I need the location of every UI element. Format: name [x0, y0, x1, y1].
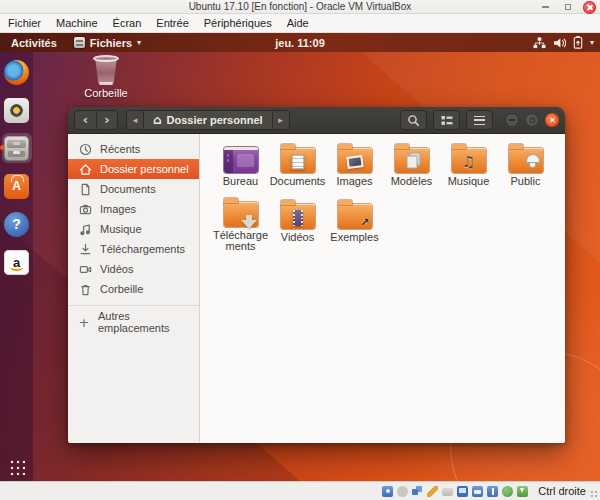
- window-body: Récents Dossier personnel Documents: [68, 134, 565, 443]
- file-item-musique[interactable]: ♫ Musique: [440, 141, 497, 197]
- sidebar-item-videos[interactable]: Vidéos: [68, 259, 199, 279]
- audio-status-icon[interactable]: [442, 488, 453, 496]
- network-status-icon[interactable]: [412, 486, 423, 497]
- restore-icon: [565, 4, 571, 10]
- file-item-label: Images: [336, 176, 372, 188]
- path-next-icon[interactable]: ▸: [273, 111, 289, 129]
- display-status-icon[interactable]: [457, 486, 468, 497]
- sidebar-item-music[interactable]: Musique: [68, 219, 199, 239]
- rhythmbox-icon: [4, 98, 29, 123]
- recording-status-icon[interactable]: [427, 486, 438, 497]
- app-menu-label: Fichiers: [90, 37, 132, 49]
- sidebar-item-documents[interactable]: Documents: [68, 179, 199, 199]
- file-item-label: Vidéos: [281, 232, 314, 244]
- help-icon: ?: [4, 212, 29, 237]
- path-prev-icon[interactable]: ◂: [127, 111, 143, 129]
- shared-folders-status-icon[interactable]: [472, 486, 483, 497]
- dock: A ? a: [0, 52, 33, 481]
- menu-machine[interactable]: Machine: [56, 17, 98, 29]
- sidebar-item-downloads[interactable]: Téléchargements: [68, 239, 199, 259]
- features-status-icon[interactable]: [502, 486, 513, 497]
- headerbar-actions: [400, 110, 559, 130]
- sidebar-item-label: Corbeille: [100, 283, 143, 295]
- menu-button[interactable]: [466, 110, 493, 130]
- sidebar-separator: [68, 305, 199, 306]
- sidebar-item-home[interactable]: Dossier personnel: [68, 159, 199, 179]
- dock-item-firefox[interactable]: [2, 57, 32, 87]
- file-item-images[interactable]: Images: [326, 141, 383, 197]
- nav-buttons: ‹ ›: [74, 110, 118, 130]
- vbox-restore-button[interactable]: [561, 1, 574, 14]
- menu-entree[interactable]: Entrée: [156, 17, 188, 29]
- maximize-icon: [530, 118, 535, 123]
- sidebar-item-label: Musique: [100, 223, 142, 235]
- file-item-bureau[interactable]: Bureau: [212, 141, 269, 197]
- desktop-trash-icon[interactable]: Corbeille: [80, 55, 132, 99]
- vbox-window-controls: [539, 0, 596, 14]
- show-applications-button[interactable]: [8, 458, 25, 475]
- vbox-minimize-button[interactable]: [539, 1, 552, 14]
- vbox-close-button[interactable]: [583, 1, 596, 14]
- plus-icon: +: [79, 316, 90, 329]
- video-camera-icon: [78, 262, 92, 276]
- file-item-videos[interactable]: Vidéos: [269, 197, 326, 253]
- trash-icon: [78, 282, 92, 296]
- vbox-statusbar: Ctrl droite: [0, 481, 600, 500]
- host-key-label: Ctrl droite: [538, 485, 586, 497]
- window-minimize-button[interactable]: [505, 113, 519, 127]
- dock-item-ubuntu-software[interactable]: A: [2, 171, 32, 201]
- guest-desktop: Activités Fichiers ▾ jeu. 11:09: [0, 33, 600, 481]
- folder-images-icon: [337, 141, 373, 173]
- window-maximize-button[interactable]: [525, 113, 539, 127]
- vbox-menubar: Fichier Machine Écran Entrée Périphériqu…: [0, 14, 600, 33]
- current-location-button[interactable]: ⌂ Dossier personnel: [143, 111, 273, 129]
- sidebar-item-label: Images: [100, 203, 136, 215]
- chevron-down-icon: ▾: [590, 38, 594, 47]
- file-item-modeles[interactable]: Modèles: [383, 141, 440, 197]
- firefox-icon: [4, 60, 29, 85]
- trash-label: Corbeille: [80, 87, 132, 99]
- menu-aide[interactable]: Aide: [287, 17, 309, 29]
- app-menu-button[interactable]: Fichiers ▾: [68, 37, 147, 49]
- menu-peripheriques[interactable]: Périphériques: [204, 17, 272, 29]
- file-item-public[interactable]: Public: [497, 141, 554, 197]
- search-icon: [407, 114, 420, 127]
- minimize-icon: [542, 6, 549, 8]
- folder-downloads-icon: [223, 197, 259, 227]
- folder-videos-icon: [280, 197, 316, 229]
- forward-button[interactable]: ›: [96, 111, 117, 129]
- file-item-telechargements[interactable]: Téléchargements: [212, 197, 269, 253]
- battery-charging-icon: [573, 36, 583, 49]
- hdd-status-icon[interactable]: [382, 486, 393, 497]
- amazon-icon: a: [4, 250, 29, 275]
- sidebar-item-recents[interactable]: Récents: [68, 139, 199, 159]
- menu-ecran[interactable]: Écran: [113, 17, 142, 29]
- vbox-window-title: Ubuntu 17.10 [En fonction] - Oracle VM V…: [189, 1, 412, 12]
- file-grid: Bureau Documents Images: [200, 134, 565, 443]
- activities-button[interactable]: Activités: [0, 37, 68, 49]
- headerbar: ‹ › ◂ ⌂ Dossier personnel ▸: [68, 107, 565, 134]
- sidebar-item-other-locations[interactable]: + Autres emplacements: [68, 312, 199, 332]
- plus-icon: +: [78, 315, 90, 329]
- system-status-area[interactable]: ▾: [533, 33, 594, 52]
- view-toggle-button[interactable]: [433, 110, 460, 130]
- usb-status-icon[interactable]: [487, 486, 498, 497]
- dock-item-files[interactable]: [2, 133, 32, 163]
- dock-item-amazon[interactable]: a: [2, 247, 32, 277]
- sidebar-item-trash[interactable]: Corbeille: [68, 279, 199, 299]
- optical-disc-status-icon[interactable]: [397, 486, 408, 497]
- dock-item-help[interactable]: ?: [2, 209, 32, 239]
- sidebar-item-pictures[interactable]: Images: [68, 199, 199, 219]
- sidebar-item-label: Récents: [100, 143, 140, 155]
- back-button[interactable]: ‹: [75, 111, 96, 129]
- keyboard-status-icon[interactable]: [517, 486, 528, 497]
- folder-templates-icon: [394, 141, 430, 173]
- dock-item-rhythmbox[interactable]: [2, 95, 32, 125]
- file-item-documents[interactable]: Documents: [269, 141, 326, 197]
- file-item-exemples[interactable]: ↗ Exemples: [326, 197, 383, 253]
- window-close-button[interactable]: [545, 113, 559, 127]
- resize-grip[interactable]: [590, 490, 598, 498]
- hamburger-icon: [474, 116, 485, 125]
- search-button[interactable]: [400, 110, 427, 130]
- menu-fichier[interactable]: Fichier: [8, 17, 41, 29]
